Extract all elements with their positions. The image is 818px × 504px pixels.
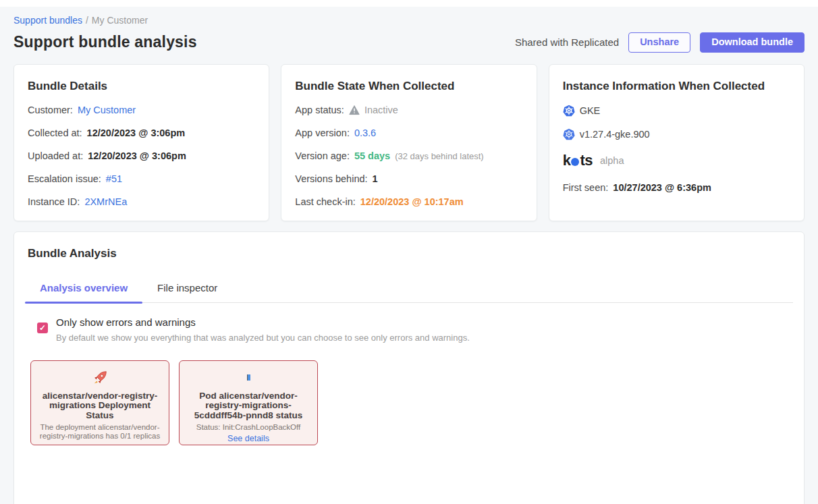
instance-id-row: Instance ID: 2XMrNEa	[28, 196, 255, 208]
customer-row: Customer: My Customer	[28, 105, 255, 116]
top-strip	[0, 0, 818, 7]
errors-filter-description: By default we show you everything that w…	[56, 333, 470, 343]
first-seen-row: First seen: 10/27/2023 @ 6:36pm	[563, 182, 790, 194]
kubernetes-version-icon	[563, 128, 575, 140]
app-status-row: App status: Inactive	[295, 105, 522, 116]
analyzer-result-title: alicenstar/vendor-registry-migrations De…	[38, 391, 162, 420]
info-cards-row: Bundle Details Customer: My Customer Col…	[13, 64, 805, 221]
app-version-label: App version:	[295, 128, 350, 138]
analysis-tabs: Analysis overview File inspector	[25, 277, 793, 303]
errors-filter-text: Only show errors and warnings By default…	[56, 316, 470, 343]
analyzer-result-card-pod-status[interactable]: Pod alicenstar/vendor-registry-migration…	[179, 360, 318, 445]
bundle-details-title: Bundle Details	[28, 80, 255, 93]
page-title: Support bundle analysis	[13, 33, 197, 51]
version-age-note: (32 days behind latest)	[395, 151, 484, 161]
last-checkin-row: Last check-in: 12/20/2023 @ 10:17am	[295, 196, 522, 208]
breadcrumb-link-support-bundles[interactable]: Support bundles	[13, 15, 82, 26]
collected-at-label: Collected at:	[28, 128, 82, 138]
breadcrumb-current: My Customer	[92, 15, 148, 26]
distribution-value: GKE	[580, 105, 601, 116]
collected-at-value: 12/20/2023 @ 3:06pm	[87, 128, 186, 138]
see-details-link[interactable]: See details	[186, 434, 310, 443]
versions-behind-label: Versions behind:	[295, 173, 367, 184]
bundle-state-card: Bundle State When Collected App status: …	[281, 64, 537, 221]
k8s-version-value: v1.27.4-gke.900	[580, 129, 650, 140]
instance-info-title: Instance Information When Collected	[563, 80, 790, 93]
uploaded-at-row: Uploaded at: 12/20/2023 @ 3:06pm	[28, 150, 255, 162]
warning-triangle-icon	[349, 105, 360, 115]
kots-logo-k: k	[563, 152, 571, 169]
uploaded-at-label: Uploaded at:	[28, 150, 83, 161]
app-status-label: App status:	[295, 105, 344, 115]
analyzer-result-description: Status: Init:CrashLoopBackOff	[186, 423, 310, 432]
unshare-button[interactable]: Unshare	[628, 32, 690, 53]
kots-channel: alpha	[600, 155, 624, 166]
versions-behind-value: 1	[373, 173, 378, 184]
kots-logo-o-icon	[571, 158, 579, 166]
version-age-row: Version age: 55 days (32 days behind lat…	[295, 150, 522, 162]
k8s-version-row: v1.27.4-gke.900	[563, 128, 790, 140]
shared-status-text: Shared with Replicated	[515, 36, 619, 48]
instance-info-card: Instance Information When Collected	[549, 64, 805, 221]
last-checkin-label: Last check-in:	[295, 196, 355, 207]
version-age-value: 55 days	[354, 150, 390, 161]
kubernetes-distribution-icon	[563, 105, 575, 117]
analyzer-result-title: Pod alicenstar/vendor-registry-migration…	[186, 391, 310, 420]
analyzer-result-card-deployment[interactable]: alicenstar/vendor-registry-migrations De…	[30, 360, 169, 445]
instance-id-link[interactable]: 2XMrNEa	[84, 196, 127, 207]
customer-label: Customer:	[28, 105, 73, 115]
errors-filter-label: Only show errors and warnings	[56, 316, 470, 328]
breadcrumb-separator: /	[86, 15, 88, 26]
analyzer-result-description: The deployment alicenstar/vendor-registr…	[38, 423, 162, 441]
bundle-analysis-title: Bundle Analysis	[28, 247, 793, 260]
escalation-issue-row: Escalation issue: #51	[28, 173, 255, 185]
first-seen-value: 10/27/2023 @ 6:36pm	[613, 182, 711, 193]
last-checkin-value: 12/20/2023 @ 10:17am	[360, 196, 464, 207]
tab-file-inspector[interactable]: File inspector	[142, 277, 232, 302]
version-age-label: Version age:	[295, 150, 350, 161]
versions-behind-row: Versions behind: 1	[295, 173, 522, 185]
errors-filter-row: ✓ Only show errors and warnings By defau…	[37, 316, 793, 343]
only-errors-checkbox[interactable]: ✓	[37, 323, 48, 333]
rocket-icon	[38, 370, 162, 386]
kots-logo-ts: ts	[580, 152, 593, 169]
bundle-details-card: Bundle Details Customer: My Customer Col…	[13, 64, 269, 221]
uploaded-at-value: 12/20/2023 @ 3:06pm	[88, 150, 186, 161]
escalation-issue-label: Escalation issue:	[28, 173, 101, 184]
kots-logo: kts	[563, 152, 593, 169]
bundle-state-title: Bundle State When Collected	[295, 80, 522, 93]
first-seen-label: First seen:	[563, 182, 609, 193]
tab-analysis-overview[interactable]: Analysis overview	[25, 277, 142, 302]
header-actions: Shared with Replicated Unshare Download …	[515, 32, 805, 53]
bundle-analysis-card: Bundle Analysis Analysis overview File i…	[13, 231, 805, 504]
page-header: Support bundle analysis Shared with Repl…	[13, 32, 805, 53]
escalation-issue-link[interactable]: #51	[106, 173, 122, 184]
app-status-value: Inactive	[364, 105, 398, 115]
kots-version-row: kts alpha	[563, 152, 790, 169]
analysis-results-row: alicenstar/vendor-registry-migrations De…	[30, 360, 793, 445]
customer-link[interactable]: My Customer	[78, 105, 136, 115]
download-bundle-button[interactable]: Download bundle	[700, 32, 805, 53]
app-version-row: App version: 0.3.6	[295, 128, 522, 139]
support-bundle-page: Support bundles/My Customer Support bund…	[0, 15, 818, 504]
distribution-row: GKE	[563, 105, 790, 117]
app-version-link[interactable]: 0.3.6	[354, 128, 376, 138]
instance-id-label: Instance ID:	[28, 196, 80, 207]
collected-at-row: Collected at: 12/20/2023 @ 3:06pm	[28, 128, 255, 139]
broken-image-icon	[186, 370, 310, 386]
breadcrumb: Support bundles/My Customer	[13, 15, 805, 26]
